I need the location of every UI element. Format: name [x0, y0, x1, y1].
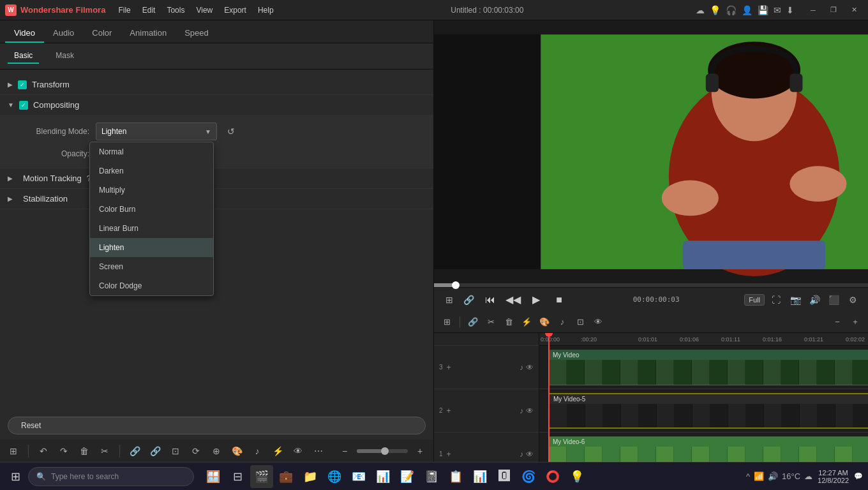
step-back-button[interactable]: ⏮ — [481, 291, 499, 309]
clip-track2[interactable]: My Video-5 — [548, 393, 868, 429]
taskbar-icon-8[interactable]: 📊 — [371, 465, 394, 488]
blend-mode-reset-icon[interactable]: ↺ — [227, 126, 235, 137]
tab-color[interactable]: Color — [83, 24, 121, 43]
more-tool[interactable]: ⋯ — [310, 443, 327, 459]
save-icon[interactable]: 💾 — [758, 5, 768, 15]
tl-clip[interactable]: ✂ — [483, 315, 498, 330]
play-button[interactable]: ▶ — [527, 291, 545, 309]
taskbar-icon-14[interactable]: 🌀 — [517, 465, 540, 488]
cloud-icon[interactable]: ☁ — [696, 5, 705, 15]
link-icon[interactable]: 🔗 — [461, 292, 476, 308]
tl-add-track[interactable]: ⊞ — [439, 315, 454, 330]
track-3-add[interactable]: + — [447, 363, 451, 372]
menu-file[interactable]: File — [113, 3, 135, 17]
tl-speed[interactable]: ⚡ — [519, 315, 534, 330]
taskbar-icon-13[interactable]: 🅾 — [493, 465, 516, 488]
blend-option-multiply[interactable]: Multiply — [90, 181, 213, 200]
taskbar-icon-filmora[interactable]: 🎬 — [250, 465, 273, 488]
menu-view[interactable]: View — [191, 3, 218, 17]
taskbar-icon-7[interactable]: 📧 — [347, 465, 370, 488]
taskbar-icon-4[interactable]: 💼 — [274, 465, 297, 488]
fullscreen-icon[interactable]: ⛶ — [768, 292, 784, 308]
taskbar-icon-12[interactable]: 📊 — [468, 465, 491, 488]
blend-option-linearburn[interactable]: Linear Burn — [90, 219, 213, 238]
stop-button[interactable]: ■ — [550, 291, 568, 309]
tab-animation[interactable]: Animation — [121, 24, 176, 43]
taskbar-icon-1[interactable]: 🪟 — [202, 465, 225, 488]
sub-tab-mask[interactable]: Mask — [49, 48, 80, 64]
taskbar-search[interactable]: 🔍 Type here to search — [28, 467, 194, 486]
menu-help[interactable]: Help — [253, 3, 279, 17]
track-1-add[interactable]: + — [447, 450, 451, 459]
motion-tracking-header[interactable]: ▶ Motion Tracking ? — [0, 168, 433, 188]
zoom-level-select[interactable]: Full — [744, 294, 765, 306]
bulb-icon[interactable]: 💡 — [710, 5, 721, 15]
blend-option-colordodge[interactable]: Color Dodge — [90, 276, 213, 295]
tab-speed[interactable]: Speed — [176, 24, 218, 43]
speed-tool[interactable]: ⚡ — [269, 443, 286, 459]
restore-button[interactable]: ❐ — [825, 4, 842, 17]
rotate-tool[interactable]: ⟳ — [188, 443, 204, 459]
tab-video[interactable]: Video — [5, 24, 44, 43]
compositing-header[interactable]: ▼ ✓ Compositing — [0, 95, 433, 115]
audio-tool[interactable]: ♪ — [249, 443, 266, 459]
zoom-tool[interactable]: ⊕ — [208, 443, 225, 459]
crop-tool[interactable]: ⊡ — [167, 443, 184, 459]
track-2-audio[interactable]: ♪ — [520, 406, 523, 415]
compositing-checkbox[interactable]: ✓ — [19, 101, 28, 110]
taskbar-icon-15[interactable]: ⭕ — [541, 465, 564, 488]
link-tool[interactable]: 🔗 — [147, 443, 163, 459]
menu-export[interactable]: Export — [219, 3, 251, 17]
blend-option-normal[interactable]: Normal — [90, 142, 213, 161]
tl-link[interactable]: 🔗 — [465, 315, 481, 330]
track-2-eye[interactable]: 👁 — [526, 406, 534, 415]
undo-tool[interactable]: ↶ — [35, 443, 52, 459]
volume-icon[interactable]: 🔊 — [807, 292, 822, 308]
track-3-eye[interactable]: 👁 — [526, 363, 534, 372]
blend-option-lighten[interactable]: Lighten — [90, 238, 213, 257]
stabilization-header[interactable]: ▶ Stabilization — [0, 189, 433, 209]
export-icon[interactable]: ⬛ — [826, 292, 841, 308]
sub-tab-basic[interactable]: Basic — [8, 48, 39, 64]
track-2-add[interactable]: + — [447, 406, 451, 415]
track-1-audio[interactable]: ♪ — [520, 450, 523, 459]
taskbar-icon-11[interactable]: 📋 — [444, 465, 467, 488]
download-icon[interactable]: ⬇ — [786, 5, 794, 15]
settings-icon[interactable]: ⚙ — [845, 292, 860, 308]
minimize-button[interactable]: ─ — [804, 4, 822, 17]
track-3-audio[interactable]: ♪ — [520, 363, 523, 372]
headphone-icon[interactable]: 🎧 — [726, 5, 737, 15]
tl-zoom-in[interactable]: + — [848, 315, 863, 330]
delete-tool[interactable]: 🗑 — [76, 443, 93, 459]
transform-checkbox[interactable]: ✓ — [18, 80, 27, 89]
tab-audio[interactable]: Audio — [44, 24, 83, 43]
tl-eye[interactable]: 👁 — [590, 315, 606, 330]
mail-icon[interactable]: ✉ — [774, 5, 781, 15]
zoom-out-tool[interactable]: − — [336, 443, 353, 459]
redo-tool[interactable]: ↷ — [56, 443, 72, 459]
notification-icon[interactable]: 💬 — [854, 472, 863, 480]
tl-audio[interactable]: ♪ — [555, 315, 570, 330]
blend-mode-select[interactable]: Lighten ▼ — [96, 122, 217, 140]
blend-option-darken[interactable]: Darken — [90, 161, 213, 181]
reset-button[interactable]: Reset — [8, 417, 426, 434]
menu-edit[interactable]: Edit — [137, 3, 161, 17]
blend-option-colorburn[interactable]: Color Burn — [90, 200, 213, 219]
color-tool[interactable]: 🎨 — [228, 443, 245, 459]
prev-frame-button[interactable]: ◀◀ — [504, 291, 522, 309]
transform-header[interactable]: ▶ ✓ Transform — [0, 75, 433, 94]
add-clip-icon[interactable]: ⊞ — [442, 292, 457, 308]
grid-tool[interactable]: ⊞ — [5, 443, 22, 459]
taskbar-icon-2[interactable]: ⊟ — [226, 465, 249, 488]
taskbar-icon-5[interactable]: 📁 — [299, 465, 322, 488]
zoom-in-tool[interactable]: + — [412, 443, 428, 459]
eye-tool[interactable]: 👁 — [290, 443, 306, 459]
clip-tool[interactable]: 🔗 — [126, 443, 143, 459]
menu-tools[interactable]: Tools — [161, 3, 190, 17]
blend-option-screen[interactable]: Screen — [90, 257, 213, 276]
close-button[interactable]: ✕ — [845, 4, 863, 17]
snapshot-icon[interactable]: 📷 — [788, 292, 803, 308]
cut-tool[interactable]: ✂ — [96, 443, 113, 459]
clip-track3[interactable]: My Video — [548, 350, 868, 385]
start-button[interactable]: ⊞ — [5, 466, 26, 487]
